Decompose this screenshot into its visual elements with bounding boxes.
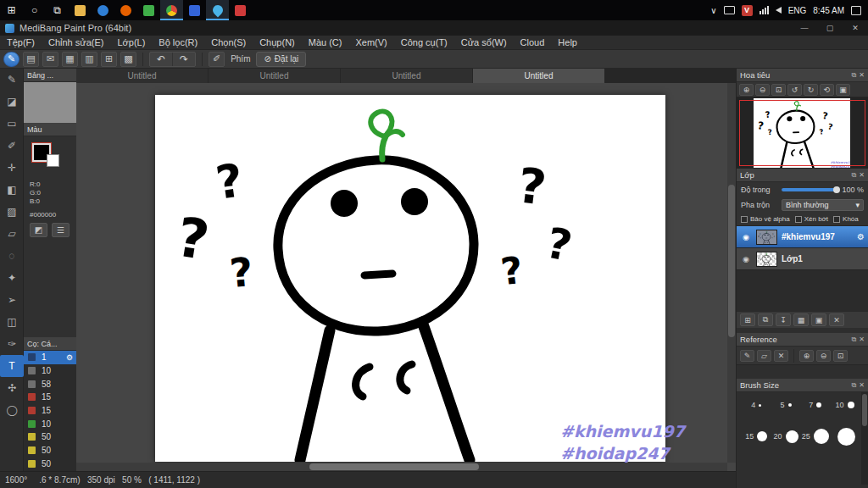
tool-gradient[interactable]: ▨ [0,201,24,223]
nav-rotate-left-button[interactable]: ↺ [787,84,802,96]
palette-panel-header[interactable]: Bảng ... [24,69,76,82]
search-button[interactable]: ○ [23,0,46,20]
menu-cong-cu[interactable]: Công cụ(T) [394,36,454,50]
nav-zoom-in-button[interactable]: ⊕ [739,84,754,96]
tool-pen[interactable]: ✎ [0,69,24,91]
taskbar-app-vscode[interactable] [183,0,206,20]
tool-control[interactable]: ➢ [0,289,24,311]
taskbar-app-medibang[interactable] [206,0,229,20]
start-button[interactable]: ⊞ [0,0,23,20]
close-panel-icon[interactable]: ✕ [859,381,865,390]
lock-checkbox[interactable]: Khóa [833,215,859,223]
pen-setting-button[interactable]: ✐ [209,52,225,67]
tab-untitled-3[interactable]: Untitled [341,69,472,83]
tool-fill[interactable]: ◧ [0,179,24,201]
canvas[interactable]: ? ? ? ? ? ? #khiemvu197 #hoidap247 [754,98,850,168]
color-panel-header[interactable]: Màu [24,123,76,136]
display-icon[interactable] [724,6,735,14]
tool-text[interactable]: T [0,355,24,377]
brush-preset[interactable]: 10 [24,417,76,430]
brush-preset[interactable]: 50 [24,444,76,458]
material-button[interactable]: ▩ [120,52,136,67]
layer-visibility-icon[interactable]: ◉ [740,255,752,263]
brush-preset[interactable]: 15 [24,391,76,404]
menu-chon[interactable]: Chọn(S) [204,36,253,50]
tool-move[interactable]: ✛ [0,157,24,179]
grid-button[interactable]: ⊞ [101,52,117,67]
ref-clear-button[interactable]: ✕ [774,350,788,362]
palette-mode-button[interactable]: ◩ [30,223,47,237]
minimize-button[interactable]: — [792,20,817,36]
alpha-lock-checkbox[interactable]: Bảo vệ alpha [741,215,790,223]
slider-mode-button[interactable]: ☰ [52,223,70,237]
ref-open-button[interactable]: ▱ [757,350,771,362]
redo-button[interactable]: ↷ [173,53,195,66]
taskbar-app-edge[interactable] [92,0,114,20]
close-panel-icon[interactable]: ✕ [859,336,865,344]
horizontal-scrollbar[interactable] [309,463,479,470]
layer-settings-icon[interactable]: ⚙ [857,232,865,241]
tool-shape[interactable]: ▱ [0,223,24,245]
ref-zoom-out-button[interactable]: ⊖ [816,350,831,362]
brush-size-option[interactable]: 15 [742,431,771,441]
tool-eraser[interactable]: ◪ [0,91,24,113]
navigator-preview[interactable]: ? ? ? ? ? ? #khiemvu197 #hoidap247 [737,97,868,169]
layer-folder-button[interactable]: ▦ [793,313,809,326]
tool-divide[interactable]: ◫ [0,311,24,333]
clock[interactable]: 8:45 AM [813,6,844,15]
language-indicator[interactable]: ENG [788,6,807,15]
menu-mau[interactable]: Màu (C) [302,36,349,50]
tool-magic-wand[interactable]: ✦ [0,267,24,289]
tool-zoom[interactable]: ◯ [0,399,24,421]
menu-tep[interactable]: Tệp(F) [0,36,42,50]
gear-icon[interactable]: ⚙ [66,353,73,362]
image-button[interactable]: ▦ [62,52,78,67]
save-button[interactable]: ▤ [23,52,39,67]
opacity-slider[interactable] [782,188,838,191]
ref-zoom-in-button[interactable]: ⊕ [799,350,814,362]
brush-preset[interactable]: 58 [24,377,76,391]
duplicate-layer-button[interactable]: ⧉ [758,313,773,326]
nav-rotate-right-button[interactable]: ↻ [804,84,818,96]
taskbar-app-chrome[interactable] [160,0,183,20]
float-panel-icon[interactable]: ⧉ [852,381,857,390]
tab-untitled-1[interactable]: Untitled [76,69,208,83]
close-button[interactable]: ✕ [843,20,868,36]
ref-brush-button[interactable]: ✎ [740,350,754,362]
tool-brush[interactable]: ✐ [0,135,24,157]
canvas-viewport[interactable]: ? ? ? ? ? ? #khiemvu197 #hoidap247 [76,83,736,471]
merge-layer-button[interactable]: ↧ [776,313,791,326]
brush-size-option[interactable]: 7 [801,401,831,409]
close-panel-icon[interactable]: ✕ [859,71,865,80]
maximize-button[interactable]: ▢ [817,20,843,36]
vertical-scrollbar-track[interactable] [727,83,736,463]
volume-icon[interactable] [776,7,782,14]
palette-panel-body[interactable] [24,82,76,123]
clipping-checkbox[interactable]: Xén bớt [795,215,828,223]
tab-untitled-4[interactable]: Untitled [473,69,604,83]
menu-lop[interactable]: Lớp(L) [110,36,152,50]
brush-size-scrollbar[interactable] [861,392,868,485]
tray-chevron-icon[interactable]: ∨ [710,6,716,15]
taskbar-app-store[interactable] [137,0,160,20]
menu-cua-so[interactable]: Cửa sổ(W) [454,36,514,50]
layer-visibility-icon[interactable]: ◉ [740,233,752,241]
tool-eyedropper[interactable]: ✑ [0,333,24,355]
add-layer-button[interactable]: ⊞ [740,313,755,326]
undo-button[interactable]: ↶ [150,53,173,66]
ref-fit-button[interactable]: ⊡ [833,350,848,362]
nav-reset-button[interactable]: ⟲ [820,84,834,96]
background-color-chip[interactable] [47,154,59,167]
tab-untitled-2[interactable]: Untitled [209,69,340,83]
brush-preset[interactable]: 10 [24,364,76,378]
brush-mode-button[interactable]: ✎ [3,52,19,67]
brush-size-option[interactable]: 10 [830,401,860,409]
brush-preset[interactable]: 15 [24,404,76,418]
unikey-icon[interactable]: V [742,5,753,16]
menu-chup[interactable]: Chụp(N) [253,36,302,50]
taskbar-app-red[interactable] [229,0,252,20]
reset-button[interactable]: ⊘ Đặt lại [256,52,306,67]
brush-preset[interactable]: 1⚙ [24,351,76,364]
delete-layer-button[interactable]: ✕ [829,313,844,326]
canvas[interactable]: ? ? ? ? ? ? #khiemvu197 #hoidap247 [155,95,665,462]
